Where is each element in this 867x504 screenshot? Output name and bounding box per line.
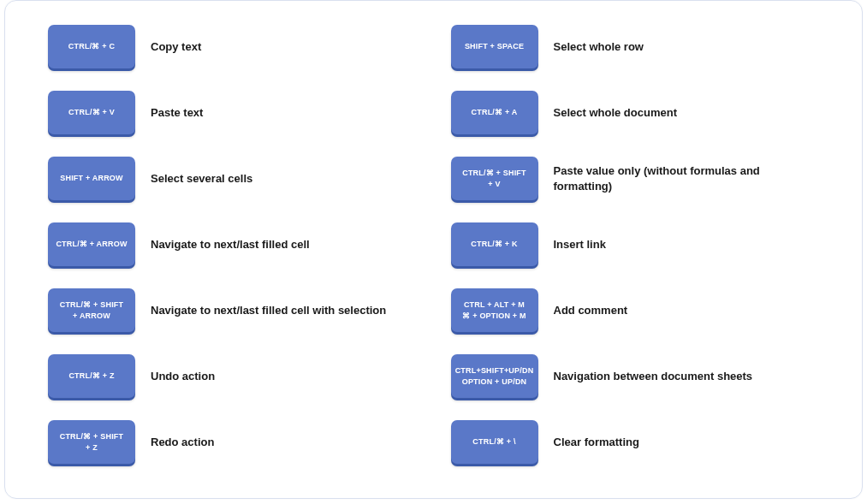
shortcut-row: CTRL + ALT + M ⌘ + OPTION + M Add commen… (451, 288, 820, 332)
key-text: ⌘ + OPTION + M (462, 311, 526, 322)
left-column: CTRL/⌘ + C Copy text CTRL/⌘ + V Paste te… (48, 25, 417, 464)
key-badge: CTRL+SHIFT+UP/DN OPTION + UP/DN (451, 354, 538, 398)
key-badge: CTRL/⌘ + V (48, 91, 135, 134)
key-badge: CTRL/⌘ + C (48, 25, 135, 68)
key-text: CTRL/⌘ + A (472, 107, 518, 118)
key-text: CTRL/⌘ + SHIFT (60, 299, 124, 311)
columns-wrapper: CTRL/⌘ + C Copy text CTRL/⌘ + V Paste te… (48, 25, 819, 464)
shortcut-desc: Copy text (151, 39, 201, 55)
shortcut-desc: Redo action (151, 435, 214, 450)
key-text: CTRL/⌘ + V (68, 107, 115, 118)
key-text: CTRL/⌘ + C (68, 41, 115, 52)
key-text: CTRL/⌘ + ARROW (56, 239, 127, 250)
key-text: SHIFT + SPACE (465, 41, 524, 52)
shortcut-row: CTRL/⌘ + ARROW Navigate to next/last fil… (48, 222, 417, 266)
shortcut-row: CTRL/⌘ + SHIFT + ARROW Navigate to next/… (48, 288, 417, 332)
shortcut-desc: Select whole document (554, 105, 677, 121)
shortcut-desc: Navigation between document sheets (554, 369, 753, 384)
shortcut-row: CTRL/⌘ + V Paste text (48, 91, 417, 134)
key-badge: SHIFT + SPACE (451, 25, 538, 68)
shortcut-row: CTRL/⌘ + A Select whole document (451, 91, 820, 134)
key-badge: CTRL/⌘ + A (451, 91, 538, 134)
key-text: CTRL/⌘ + SHIFT (60, 431, 124, 442)
key-badge: CTRL/⌘ + Z (48, 354, 135, 398)
shortcut-row: CTRL/⌘ + \ Clear formatting (451, 420, 820, 464)
key-text: CTRL + ALT + M (464, 299, 525, 311)
key-badge: CTRL/⌘ + SHIFT + V (451, 157, 538, 200)
shortcut-desc: Paste text (151, 105, 203, 121)
shortcut-desc: Insert link (554, 237, 606, 252)
key-badge: SHIFT + ARROW (48, 157, 135, 200)
shortcut-desc: Clear formatting (554, 435, 639, 450)
shortcut-row: CTRL/⌘ + C Copy text (48, 25, 417, 68)
shortcut-row: CTRL/⌘ + SHIFT + V Paste value only (wit… (451, 157, 820, 200)
key-text: SHIFT + ARROW (60, 173, 123, 184)
shortcut-desc: Undo action (151, 369, 215, 384)
shortcut-row: CTRL+SHIFT+UP/DN OPTION + UP/DN Navigati… (451, 354, 820, 398)
key-badge: CTRL + ALT + M ⌘ + OPTION + M (451, 288, 538, 332)
shortcut-desc: Add comment (554, 303, 628, 318)
shortcut-row: CTRL/⌘ + K Insert link (451, 222, 820, 266)
key-badge: CTRL/⌘ + SHIFT + Z (48, 420, 135, 464)
shortcut-desc: Paste value only (without formulas and f… (554, 163, 820, 193)
shortcut-desc: Navigate to next/last filled cell with s… (151, 303, 386, 318)
shortcut-desc: Select several cells (151, 171, 252, 187)
shortcuts-card: CTRL/⌘ + C Copy text CTRL/⌘ + V Paste te… (4, 0, 863, 499)
shortcut-desc: Navigate to next/last filled cell (151, 237, 310, 252)
key-text: CTRL+SHIFT+UP/DN (455, 365, 534, 377)
shortcut-row: CTRL/⌘ + SHIFT + Z Redo action (48, 420, 417, 464)
key-badge: CTRL/⌘ + SHIFT + ARROW (48, 288, 135, 332)
shortcut-row: SHIFT + SPACE Select whole row (451, 25, 820, 68)
key-text: OPTION + UP/DN (462, 377, 527, 388)
shortcut-row: CTRL/⌘ + Z Undo action (48, 354, 417, 398)
key-text: + V (488, 179, 500, 190)
key-badge: CTRL/⌘ + \ (451, 420, 538, 464)
shortcut-desc: Select whole row (554, 39, 644, 55)
shortcut-row: SHIFT + ARROW Select several cells (48, 157, 417, 200)
key-text: CTRL/⌘ + \ (472, 436, 515, 448)
right-column: SHIFT + SPACE Select whole row CTRL/⌘ + … (451, 25, 820, 464)
key-text: CTRL/⌘ + SHIFT (462, 168, 526, 179)
key-text: + ARROW (73, 311, 110, 322)
key-text: + Z (86, 442, 98, 454)
key-badge: CTRL/⌘ + K (451, 222, 538, 266)
key-text: CTRL/⌘ + Z (68, 371, 114, 382)
key-text: CTRL/⌘ + K (471, 239, 517, 250)
key-badge: CTRL/⌘ + ARROW (48, 222, 135, 266)
